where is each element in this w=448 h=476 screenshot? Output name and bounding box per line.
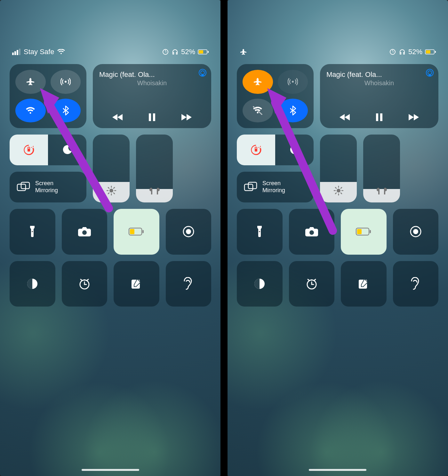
screen-mirroring-icon [17, 182, 30, 193]
svg-point-20 [186, 229, 191, 234]
camera-button[interactable] [289, 209, 335, 255]
hearing-button[interactable] [393, 261, 439, 307]
screen-mirroring-label-1: Screen [262, 180, 285, 187]
rewind-button[interactable] [112, 113, 123, 121]
screen-mirroring-label-1: Screen [35, 180, 58, 187]
screen-mirroring-button[interactable]: ScreenMirroring [237, 172, 314, 202]
svg-point-4 [65, 81, 67, 83]
connectivity-panel[interactable] [237, 64, 314, 128]
low-power-mode-button[interactable] [114, 209, 159, 255]
do-not-disturb-toggle[interactable] [48, 135, 86, 165]
svg-point-13 [32, 231, 33, 232]
orientation-lock-toggle[interactable] [237, 135, 275, 165]
svg-point-29 [292, 81, 294, 83]
svg-rect-7 [149, 113, 151, 121]
flashlight-icon [28, 225, 36, 238]
bluetooth-toggle[interactable] [51, 99, 81, 123]
cellular-data-toggle[interactable] [51, 70, 81, 94]
airplane-icon [253, 77, 262, 86]
svg-point-12 [109, 189, 113, 193]
orientation-lock-toggle[interactable] [10, 135, 48, 165]
alarm-button[interactable] [289, 261, 335, 307]
wifi-off-icon [252, 106, 263, 115]
brightness-slider[interactable] [320, 135, 357, 202]
notes-button[interactable] [114, 261, 159, 307]
alarm-clock-icon [78, 277, 91, 290]
battery-percent: 52% [408, 48, 422, 56]
dark-mode-button[interactable] [237, 261, 283, 307]
airplane-mode-toggle[interactable] [15, 70, 46, 94]
volume-slider[interactable] [136, 135, 173, 202]
airplay-icon[interactable] [426, 69, 434, 77]
flashlight-icon [255, 225, 264, 238]
svg-rect-9 [28, 149, 30, 152]
alarm-clock-icon [305, 277, 318, 290]
flashlight-button[interactable] [237, 209, 283, 255]
pause-button[interactable] [375, 113, 383, 122]
svg-point-38 [259, 231, 260, 232]
svg-point-23 [84, 279, 85, 281]
control-center-pane-left: Stay Safe 52% [0, 0, 221, 476]
alarm-button[interactable] [62, 261, 108, 307]
battery-icon [198, 49, 209, 54]
antenna-icon [60, 77, 71, 87]
camera-icon [305, 226, 319, 237]
home-indicator[interactable] [309, 469, 366, 471]
moon-icon [61, 144, 73, 156]
forward-button[interactable] [181, 113, 192, 121]
svg-rect-18 [130, 229, 134, 234]
forward-button[interactable] [408, 113, 420, 121]
hearing-button[interactable] [166, 261, 212, 307]
bluetooth-icon [62, 105, 69, 116]
media-panel[interactable]: Magic (feat. Ola... Whoisakin [320, 64, 438, 128]
sun-icon [333, 185, 344, 196]
flashlight-button[interactable] [10, 209, 55, 255]
compose-icon [130, 278, 142, 290]
svg-rect-8 [153, 113, 155, 121]
camera-icon [77, 226, 92, 237]
media-artist: Whoisakin [99, 79, 205, 87]
camera-button[interactable] [62, 209, 108, 255]
airplane-mode-toggle[interactable] [243, 70, 273, 94]
media-panel[interactable]: Magic (feat. Ola... Whoisakin [93, 64, 211, 128]
volume-slider[interactable] [363, 135, 400, 202]
svg-rect-42 [370, 230, 371, 233]
brightness-slider[interactable] [93, 135, 130, 202]
screen-mirroring-button[interactable]: ScreenMirroring [10, 172, 86, 202]
svg-rect-32 [376, 113, 378, 121]
screen-record-button[interactable] [393, 209, 439, 255]
screen-mirroring-label-2: Mirroring [262, 187, 285, 194]
screen-record-button[interactable] [166, 209, 212, 255]
bluetooth-toggle[interactable] [278, 99, 308, 123]
do-not-disturb-toggle[interactable] [275, 135, 314, 165]
notes-button[interactable] [341, 261, 387, 307]
airplay-icon[interactable] [198, 69, 207, 77]
moon-icon [289, 144, 300, 156]
svg-rect-33 [380, 113, 382, 121]
battery-low-power-icon [128, 227, 144, 236]
ear-icon [410, 277, 421, 291]
connectivity-panel[interactable] [10, 64, 86, 128]
svg-point-48 [311, 279, 312, 281]
control-center-pane-right: 52% Magic (feat. Ola... Whoisakin [227, 0, 448, 476]
wifi-toggle[interactable] [15, 99, 46, 123]
rewind-button[interactable] [339, 113, 350, 121]
orientation-lock-status-icon [162, 48, 169, 55]
media-artist: Whoisakin [326, 79, 432, 87]
home-indicator[interactable] [82, 469, 139, 471]
low-power-mode-button[interactable] [341, 209, 387, 255]
svg-rect-2 [208, 51, 209, 53]
pause-button[interactable] [148, 113, 156, 122]
compose-icon [357, 278, 370, 290]
wifi-toggle[interactable] [243, 99, 273, 123]
svg-rect-27 [435, 51, 436, 53]
svg-rect-17 [142, 230, 144, 233]
record-icon [182, 225, 195, 238]
dark-mode-button[interactable] [10, 261, 55, 307]
media-track-title: Magic (feat. Ola... [326, 70, 432, 79]
battery-percent: 52% [181, 48, 195, 56]
airpods-icon [148, 186, 161, 196]
svg-point-45 [413, 229, 418, 234]
cellular-data-toggle[interactable] [278, 70, 308, 94]
cellular-signal-icon [12, 49, 20, 55]
